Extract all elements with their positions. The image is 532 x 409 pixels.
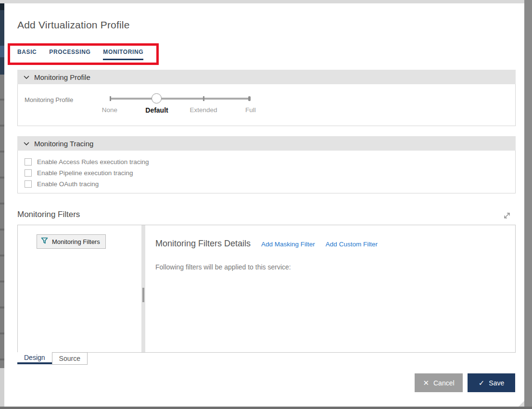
- save-button[interactable]: ✓ Save: [468, 373, 515, 392]
- slider-track[interactable]: [110, 98, 251, 100]
- chevron-down-icon: [24, 73, 29, 81]
- page-title: Add Virtualization Profile: [17, 19, 130, 31]
- add-custom-filter-link[interactable]: Add Custom Filter: [326, 241, 378, 248]
- expand-icon[interactable]: [503, 211, 511, 220]
- monitoring-filters-heading: Monitoring Filters: [17, 210, 80, 219]
- sidebar-sliver-segment: [0, 57, 4, 75]
- details-description: Following filters will be applied to thi…: [155, 263, 291, 271]
- filter-funnel-icon: [41, 237, 49, 246]
- section-title: Monitoring Tracing: [34, 140, 93, 148]
- monitoring-tracing-section-body: Enable Access Rules execution tracing En…: [17, 151, 516, 193]
- tab-basic[interactable]: BASIC: [17, 49, 37, 60]
- checkbox-pipeline-tracing[interactable]: [25, 169, 32, 177]
- window-bottom-edge: [0, 407, 532, 409]
- chevron-down-icon: [24, 139, 29, 148]
- sidebar-sliver-segment: [0, 46, 4, 57]
- details-heading: Monitoring Filters Details: [155, 239, 251, 249]
- window-right-edge: [524, 0, 532, 407]
- cancel-button-label: Cancel: [433, 379, 455, 387]
- filters-details-pane: Monitoring Filters Details Add Masking F…: [145, 225, 515, 352]
- tab-monitoring[interactable]: MONITORING: [103, 49, 143, 60]
- checkbox-row-pipeline-tracing[interactable]: Enable Pipeline execution tracing: [25, 169, 149, 177]
- section-header-monitoring-profile[interactable]: Monitoring Profile: [17, 70, 516, 84]
- checkbox-row-oauth-tracing[interactable]: Enable OAuth tracing: [25, 180, 149, 188]
- add-masking-filter-link[interactable]: Add Masking Filter: [261, 241, 315, 248]
- monitoring-profile-field-label: Monitoring Profile: [25, 96, 73, 103]
- add-virtualization-profile-dialog: Add Virtualization Profile BASIC PROCESS…: [0, 0, 532, 409]
- checkbox-label: Enable OAuth tracing: [37, 180, 99, 188]
- section-title: Monitoring Profile: [34, 73, 90, 81]
- monitoring-profile-slider: None Default Extended Full: [110, 84, 251, 126]
- monitoring-profile-section-body: Monitoring Profile None Default Extended…: [17, 84, 516, 126]
- tree-node-monitoring-filters[interactable]: Monitoring Filters: [37, 234, 106, 249]
- checkbox-row-access-rules-tracing[interactable]: Enable Access Rules execution tracing: [25, 158, 149, 166]
- sidebar-sliver-segment: [0, 10, 4, 46]
- window-resize-grip[interactable]: [519, 401, 524, 407]
- background-app-sidebar-sliver: [0, 3, 4, 407]
- tab-design[interactable]: Design: [17, 352, 52, 364]
- slider-label-default[interactable]: Default: [135, 106, 178, 114]
- slider-label-none[interactable]: None: [88, 106, 131, 114]
- tab-processing[interactable]: PROCESSING: [49, 49, 90, 60]
- slider-label-extended[interactable]: Extended: [182, 106, 225, 114]
- tracing-checkbox-list: Enable Access Rules execution tracing En…: [25, 158, 149, 188]
- cancel-button[interactable]: ✕ Cancel: [415, 373, 463, 392]
- checkbox-oauth-tracing[interactable]: [25, 180, 32, 188]
- window-top-edge: [0, 0, 532, 3]
- monitoring-filters-panel: Monitoring Filters Monitoring Filters De…: [17, 225, 516, 353]
- slider-tick: [248, 96, 251, 101]
- slider-tick: [203, 96, 204, 101]
- checkbox-access-rules-tracing[interactable]: [25, 158, 32, 166]
- pane-splitter[interactable]: [141, 225, 145, 352]
- slider-label-full[interactable]: Full: [229, 106, 272, 114]
- tab-source[interactable]: Source: [52, 352, 88, 365]
- dialog-tab-bar: BASIC PROCESSING MONITORING: [17, 49, 143, 60]
- design-source-tab-bar: Design Source: [17, 352, 88, 365]
- x-icon: ✕: [423, 379, 429, 386]
- details-header-row: Monitoring Filters Details Add Masking F…: [155, 239, 378, 249]
- save-button-label: Save: [489, 379, 504, 387]
- filters-tree-pane: Monitoring Filters: [18, 225, 141, 352]
- tree-node-label: Monitoring Filters: [52, 238, 100, 245]
- slider-handle[interactable]: [152, 93, 162, 103]
- check-icon: ✓: [479, 379, 485, 386]
- sidebar-sliver-segment: [0, 368, 4, 407]
- checkbox-label: Enable Access Rules execution tracing: [37, 158, 149, 166]
- section-header-monitoring-tracing[interactable]: Monitoring Tracing: [17, 136, 516, 151]
- slider-tick: [110, 96, 111, 101]
- splitter-handle[interactable]: [142, 288, 144, 302]
- checkbox-label: Enable Pipeline execution tracing: [37, 169, 133, 177]
- sidebar-sliver-segment: [0, 75, 4, 368]
- sidebar-sliver-segment: [0, 3, 4, 10]
